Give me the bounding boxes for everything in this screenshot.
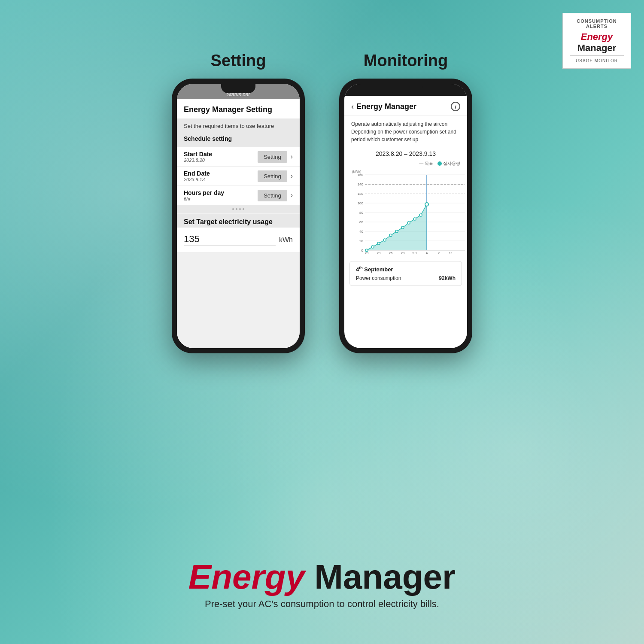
monitoring-label: Monitoring [364,52,448,70]
setting-title: Energy Manager Setting [184,105,293,114]
back-arrow-icon[interactable]: ‹ [351,102,354,111]
hours-per-day-row: Hours per day 6hr Setting › [177,186,300,205]
start-date-title: Start Date [184,151,258,158]
start-date-setting-button[interactable]: Setting [258,151,287,163]
end-date-label: End Date 2023.9.13 [184,170,258,182]
brand-title: Energy Manager [0,560,644,594]
badge-consumption-alerts: CONSUMPTION ALERTS [570,18,624,29]
svg-text:7: 7 [438,251,440,254]
end-date-sub: 2023.9.13 [184,177,258,182]
legend-target-label: — 목표 [419,161,433,167]
setting-subtitle: Set the required items to use feature [184,123,293,129]
start-date-sub: 2023.8.20 [184,158,258,163]
detail-power-value: 92kWh [439,275,456,281]
target-unit: kWh [279,236,293,244]
bottom-branding: Energy Manager Pre-set your AC's consump… [0,560,644,610]
monitoring-description: Operate automatically adjusting the airc… [344,116,467,147]
monitoring-title: Energy Manager [356,102,451,111]
brand-energy: Energy [188,558,305,596]
setting-label: Setting [211,52,266,70]
svg-text:0: 0 [361,249,364,252]
svg-text:120: 120 [358,192,364,196]
brand-manager: Manager [314,558,456,596]
svg-text:20: 20 [359,239,363,243]
monitoring-phone: ‹ Energy Manager i Operate automatically… [339,79,472,353]
monitoring-phone-inner: ‹ Energy Manager i Operate automatically… [344,84,467,348]
end-date-row: End Date 2023.9.13 Setting › [177,167,300,186]
monitoring-header: ‹ Energy Manager i [344,96,467,116]
svg-text:100: 100 [358,201,364,205]
target-section: Set Target electricity usage [177,214,300,228]
end-date-chevron-icon: › [291,172,293,180]
setting-phone-inner: Status bar Energy Manager Setting Set th… [177,84,300,348]
svg-point-37 [407,222,410,224]
legend-actual-label: 실사용량 [443,161,460,167]
setting-title-bar: Energy Manager Setting [177,99,300,118]
detail-power-label: Power consumption [356,275,401,281]
hours-per-day-setting-button[interactable]: Setting [258,190,287,201]
brand-tagline: Pre-set your AC's consumption to control… [0,598,644,610]
svg-point-34 [389,234,392,237]
badge-energy: Energy [581,31,613,42]
svg-text:23: 23 [377,251,381,254]
svg-text:9.1: 9.1 [412,251,417,254]
info-icon[interactable]: i [451,102,460,111]
svg-point-36 [401,226,404,229]
legend-actual-dot [437,161,442,166]
svg-point-33 [383,239,386,241]
date-range: 2023.8.20 – 2023.9.13 [344,147,467,159]
setting-phone-notch [221,84,255,93]
svg-point-30 [365,249,368,252]
schedule-label: Schedule setting [184,135,293,142]
svg-point-38 [413,218,416,220]
setting-phone-section: Setting Status bar Energy Manager Settin… [172,52,305,353]
detail-card: 4th September Power consumption 92kWh [349,261,462,286]
detail-day-sup: th [359,266,363,270]
end-date-setting-button[interactable]: Setting [258,170,287,182]
detail-date: 4th September [356,266,456,273]
svg-text:140: 140 [358,182,364,186]
setting-content: Energy Manager Setting Set the required … [177,99,300,348]
svg-text:11: 11 [449,251,453,254]
svg-point-31 [371,246,374,248]
phones-container: Setting Status bar Energy Manager Settin… [0,52,644,353]
setting-phone: Status bar Energy Manager Setting Set th… [172,79,305,353]
start-date-row: Start Date 2023.8.20 Setting › [177,147,300,167]
detail-month: September [364,266,393,273]
setting-subtitle-section: Set the required items to use feature [177,118,300,134]
hours-per-day-sub: 6hr [184,196,258,201]
target-input-row: 135 kWh [177,228,300,252]
svg-text:160: 160 [358,173,364,177]
svg-text:80: 80 [359,211,363,215]
svg-point-32 [377,242,380,245]
end-date-title: End Date [184,170,258,177]
detail-power-row: Power consumption 92kWh [356,275,456,281]
start-date-label: Start Date 2023.8.20 [184,151,258,163]
svg-point-40 [425,203,428,206]
chart-area: — 목표 실사용량 (kWh) [344,159,467,259]
monitoring-phone-section: Monitoring ‹ Energy Manager i Operate au… [339,52,472,353]
target-label: Set Target electricity usage [184,218,293,226]
hours-per-day-label: Hours per day 6hr [184,189,258,201]
chart-svg: (kWh) 160 140 120 [351,168,467,254]
svg-text:40: 40 [359,230,363,234]
svg-text:26: 26 [389,251,393,254]
legend-actual: 실사용량 [437,161,460,167]
svg-point-35 [395,230,398,233]
start-date-chevron-icon: › [291,153,293,161]
hours-per-day-title: Hours per day [184,189,258,196]
target-value[interactable]: 135 [184,234,276,246]
svg-text:29: 29 [401,251,405,254]
chart-legend: — 목표 실사용량 [351,161,460,167]
svg-point-39 [419,214,422,216]
schedule-section: Schedule setting [177,134,300,147]
svg-text:60: 60 [359,220,363,224]
monitoring-phone-notch [389,84,423,93]
hours-per-day-chevron-icon: › [291,191,293,199]
